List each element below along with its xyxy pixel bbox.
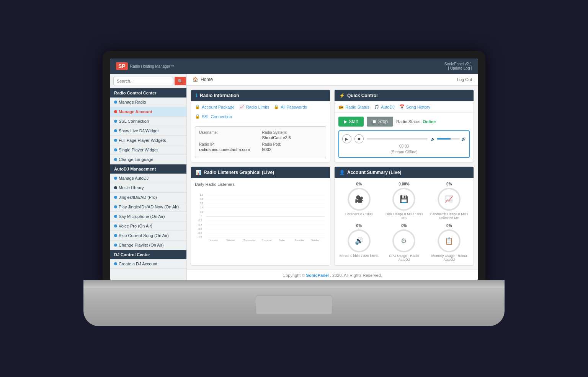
tab-radio-limits[interactable]: 📈 Radio Limits: [239, 104, 270, 109]
radio-ip-value: radiosonic.conectastm.com: [199, 147, 259, 152]
sidebar-item-ssl-connection[interactable]: SSL Connection: [110, 117, 186, 126]
quick-control-icon: ⚡: [339, 93, 345, 98]
account-icon: 👤: [339, 170, 345, 175]
svg-text:Tuesday: Tuesday: [226, 239, 235, 241]
breadcrumb-label: Home: [201, 77, 213, 82]
chart-svg: 1.0 0.8 0.6 0.4 0.2 0 -0.2 -0.4 -0.6: [195, 190, 326, 243]
tab-ssl-connection[interactable]: 🔒 SSL Connection: [195, 114, 232, 119]
dot-icon: [114, 186, 117, 189]
sidebar-item-show-live-dj[interactable]: Show Live DJ/Widget: [110, 126, 186, 136]
svg-text:1.0: 1.0: [200, 193, 204, 196]
gauge-bandwidth: 📈: [438, 188, 461, 211]
tab-autodj[interactable]: 🎵 AutoDJ: [374, 104, 395, 109]
sidebar-search: 🔍: [110, 74, 186, 88]
player-time: 00:00: [342, 144, 466, 148]
home-icon: 🏠: [193, 77, 198, 82]
sidebar-item-single-player[interactable]: Single Player Widget: [110, 145, 186, 155]
dot-icon: [114, 139, 117, 142]
dot-icon: [114, 224, 117, 227]
player-stop-button[interactable]: ⏹: [354, 134, 364, 143]
chart-icon: 📈: [239, 104, 245, 109]
quick-control-tabs: 📻 Radio Status 🎵 AutoDJ 📅 Song History: [335, 101, 474, 113]
tab-song-history[interactable]: 📅 Song History: [399, 104, 430, 109]
sidebar-item-say-microphone[interactable]: Say Microphone (On Air): [110, 212, 186, 221]
account-summary-panel: 👤 Account Summary (Live) 0% 🎥: [334, 166, 474, 266]
search-button[interactable]: 🔍: [175, 77, 186, 85]
breadcrumb-bar: 🏠 Home Log Out: [187, 74, 478, 86]
volume-max-icon: 🔊: [461, 137, 466, 141]
radio-info-tabs: 🔒 Account Package 📈 Radio Limits 🔒 All: [191, 101, 330, 122]
lock-icon2: 🔒: [274, 104, 279, 109]
info-box: Username: Radio System: ShoutCast v2.6: [195, 126, 326, 158]
svg-text:0.2: 0.2: [200, 211, 204, 213]
dot-icon: [114, 177, 117, 180]
dot-icon: [114, 262, 117, 265]
summary-circle-bandwidth: 0% 📈 Bandwidth Usage 0 MB / Unlimited MB: [428, 182, 470, 220]
dot-icon: [114, 244, 117, 247]
logout-button[interactable]: Log Out: [457, 77, 472, 82]
search-input[interactable]: [113, 77, 173, 85]
dot-icon: [114, 158, 117, 161]
radio-port-value: 8002: [262, 147, 322, 152]
svg-text:-0.6: -0.6: [198, 227, 202, 230]
bandwidth-icon: 📈: [445, 195, 453, 203]
svg-text:0: 0: [201, 215, 202, 218]
dot-icon: [114, 110, 117, 113]
lock-icon3: 🔒: [195, 114, 200, 119]
lock-icon: 🔒: [195, 104, 200, 109]
gauge-listeners: 🎥: [348, 188, 371, 211]
sidebar-item-full-page-player[interactable]: Full Page Player Widgets: [110, 136, 186, 145]
svg-text:0.4: 0.4: [200, 206, 204, 209]
laptop-hinge: [83, 280, 505, 288]
dot-icon: [114, 148, 117, 151]
svg-text:0.6: 0.6: [200, 202, 204, 205]
sidebar-item-change-language[interactable]: Change Language: [110, 155, 186, 164]
history-icon: 📅: [399, 104, 405, 109]
sidebar-item-music-library[interactable]: Music Library: [110, 183, 186, 193]
sidebar-item-jingles[interactable]: Jingles/IDs/AD (Pro): [110, 193, 186, 202]
dot-icon: [114, 215, 117, 218]
svg-text:-0.8: -0.8: [198, 232, 202, 234]
sidebar-item-manage-account[interactable]: Manage Account: [110, 107, 186, 117]
quick-control-header: ⚡ Quick Control: [335, 90, 474, 101]
chart-title: Daily Radio Listeners: [195, 182, 326, 187]
listeners-chart-panel: 📊 Radio Listeners Graphical (Live) Daily…: [191, 166, 330, 266]
radio-icon: 📻: [338, 104, 344, 109]
stream-offline: (Stream Offline): [342, 150, 466, 154]
sidebar-item-create-dj[interactable]: Create a DJ Account: [110, 259, 186, 269]
svg-text:-0.2: -0.2: [198, 219, 202, 222]
radio-info-header: ℹ Radio Information: [191, 90, 330, 101]
svg-text:Thursday: Thursday: [262, 239, 272, 241]
sidebar-item-play-jingle[interactable]: Play Jingle/IDs/AD Now (On Air): [110, 202, 186, 212]
sidebar-item-manage-autodj[interactable]: Manage AutoDJ: [110, 174, 186, 183]
sidebar-item-manage-radio[interactable]: Manage Radio: [110, 98, 186, 107]
svg-text:Sunday: Sunday: [311, 239, 319, 241]
summary-circle-disk: 0.00% 💾 Disk Usage 0 MB / 1000 MB: [384, 182, 425, 220]
tab-account-package[interactable]: 🔒 Account Package: [195, 104, 235, 109]
tab-radio-status[interactable]: 📻 Radio Status: [338, 104, 369, 109]
memory-icon: 📋: [445, 237, 453, 245]
app-header: SP Radio Hosting Manager™ SonicPanel v2.…: [110, 58, 478, 74]
tab-all-passwords[interactable]: 🔒 All Passwords: [274, 104, 307, 109]
radio-system-value: ShoutCast v2.6: [262, 135, 322, 140]
summary-circle-bitrate: 0% 🔊 Bitrate 0 kbits / 320 kBPS: [338, 224, 380, 262]
gauge-disk: 💾: [392, 188, 415, 211]
svg-text:Wednesday: Wednesday: [243, 239, 256, 241]
player-play-button[interactable]: ▶: [342, 134, 351, 143]
radio-info-panel: ℹ Radio Information 🔒 Account Package 📈: [191, 89, 330, 162]
sidebar-item-change-playlist[interactable]: Change Playlist (On Air): [110, 240, 186, 250]
listeners-icon: 🎥: [355, 195, 363, 203]
disk-icon: 💾: [400, 195, 408, 203]
volume-slider[interactable]: [437, 138, 460, 140]
summary-circle-cpu: 0% ⚙ CPU Usage - Radio AutoDJ: [384, 224, 425, 262]
start-button[interactable]: ▶ Start: [338, 117, 364, 127]
gauge-cpu: ⚙: [392, 229, 415, 252]
app-version: SonicPanel v2.1 [ Update Log ]: [444, 62, 472, 70]
laptop-base: [83, 280, 505, 326]
sidebar-item-voice-pro[interactable]: Voice Pro (On Air): [110, 221, 186, 231]
account-summary-header: 👤 Account Summary (Live): [335, 167, 474, 178]
stop-icon: ⏹: [372, 119, 377, 124]
sidebar-section-radio-control: Radio Control Center: [110, 88, 186, 98]
sidebar-item-skip-current-song[interactable]: Skip Current Song (On Air): [110, 231, 186, 240]
stop-button[interactable]: ⏹ Stop: [367, 117, 393, 127]
